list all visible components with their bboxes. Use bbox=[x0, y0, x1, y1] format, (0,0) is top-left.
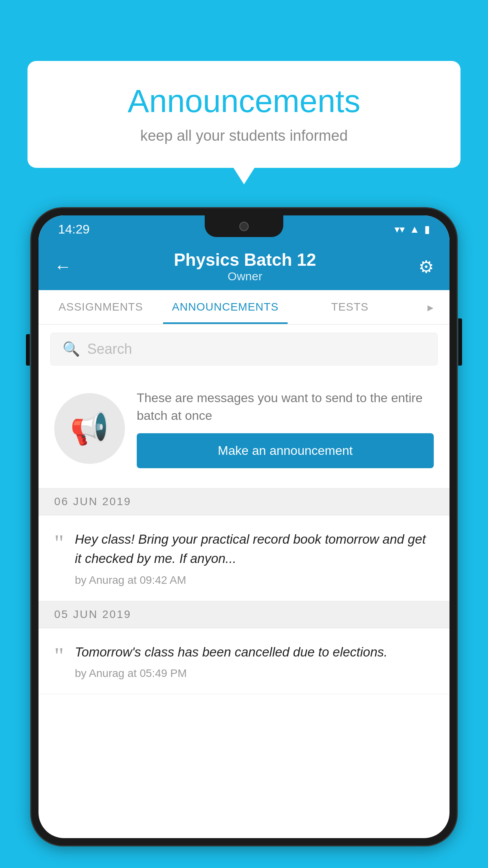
speech-bubble: Announcements keep all your students inf… bbox=[28, 61, 460, 168]
back-button[interactable]: ← bbox=[54, 257, 72, 276]
announcement-content-1: Hey class! Bring your practical record b… bbox=[75, 530, 434, 587]
quote-icon-2: " bbox=[54, 644, 64, 668]
search-icon: 🔍 bbox=[62, 341, 80, 357]
tab-announcements[interactable]: ANNOUNCEMENTS bbox=[163, 290, 288, 324]
tabs-bar: ASSIGNMENTS ANNOUNCEMENTS TESTS ▸ bbox=[39, 290, 449, 325]
date-separator-1: 06 JUN 2019 bbox=[39, 488, 449, 515]
promo-card: 📢 These are messages you want to send to… bbox=[39, 373, 449, 488]
camera-dot bbox=[239, 222, 249, 231]
signal-icon: ▲ bbox=[409, 223, 420, 235]
status-time: 14:29 bbox=[58, 222, 90, 237]
announcement-meta-1: by Anurag at 09:42 AM bbox=[75, 574, 434, 587]
announcement-meta-2: by Anurag at 05:49 PM bbox=[75, 667, 434, 680]
phone-notch bbox=[205, 215, 283, 237]
speech-bubble-section: Announcements keep all your students inf… bbox=[28, 61, 460, 168]
promo-icon-circle: 📢 bbox=[54, 393, 125, 464]
announcement-text-2: Tomorrow's class has been cancelled due … bbox=[75, 642, 434, 662]
battery-icon: ▮ bbox=[424, 223, 430, 235]
announcement-text-1: Hey class! Bring your practical record b… bbox=[75, 530, 434, 568]
phone-wrapper: 14:29 ▾▾ ▲ ▮ ← Physics Batch 12 Owner ⚙ bbox=[31, 208, 457, 868]
search-placeholder: Search bbox=[87, 341, 132, 357]
search-container: 🔍 Search bbox=[39, 325, 449, 373]
announcement-item-2: " Tomorrow's class has been cancelled du… bbox=[39, 628, 449, 695]
promo-right: These are messages you want to send to t… bbox=[137, 389, 434, 468]
megaphone-icon: 📢 bbox=[70, 410, 109, 447]
phone-screen: 14:29 ▾▾ ▲ ▮ ← Physics Batch 12 Owner ⚙ bbox=[39, 215, 449, 838]
bubble-subtitle: keep all your students informed bbox=[51, 127, 437, 144]
wifi-icon: ▾▾ bbox=[394, 223, 405, 235]
header-subtitle: Owner bbox=[174, 270, 316, 283]
tab-assignments[interactable]: ASSIGNMENTS bbox=[39, 290, 163, 324]
make-announcement-button[interactable]: Make an announcement bbox=[137, 433, 434, 468]
quote-icon-1: " bbox=[54, 531, 64, 555]
header-title: Physics Batch 12 bbox=[174, 250, 316, 270]
settings-button[interactable]: ⚙ bbox=[418, 257, 434, 277]
header-center: Physics Batch 12 Owner bbox=[174, 250, 316, 283]
announcement-content-2: Tomorrow's class has been cancelled due … bbox=[75, 642, 434, 680]
announcement-item-1: " Hey class! Bring your practical record… bbox=[39, 515, 449, 601]
tab-tests[interactable]: TESTS bbox=[288, 290, 412, 324]
phone-outer: 14:29 ▾▾ ▲ ▮ ← Physics Batch 12 Owner ⚙ bbox=[31, 208, 457, 845]
date-separator-2: 05 JUN 2019 bbox=[39, 601, 449, 628]
status-icons: ▾▾ ▲ ▮ bbox=[394, 223, 430, 235]
promo-description: These are messages you want to send to t… bbox=[137, 389, 434, 425]
app-header: ← Physics Batch 12 Owner ⚙ bbox=[39, 243, 449, 290]
tab-more[interactable]: ▸ bbox=[412, 290, 449, 324]
search-box[interactable]: 🔍 Search bbox=[50, 333, 438, 366]
bubble-title: Announcements bbox=[51, 83, 437, 120]
